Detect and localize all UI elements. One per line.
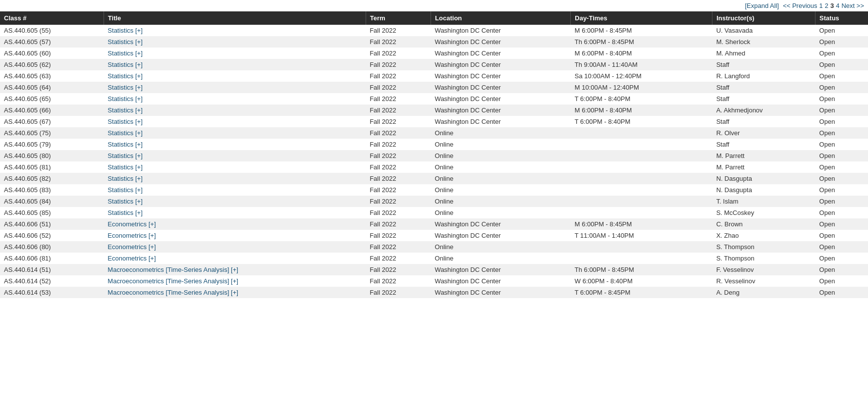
cell-title[interactable]: Statistics [+] <box>104 116 366 127</box>
cell-title[interactable]: Statistics [+] <box>104 173 366 184</box>
table-row: AS.440.605 (57)Statistics [+]Fall 2022Wa… <box>0 36 868 48</box>
cell-title[interactable]: Statistics [+] <box>104 161 366 173</box>
cell-title[interactable]: Econometrics [+] <box>104 218 366 230</box>
cell-title[interactable]: Statistics [+] <box>104 196 366 207</box>
table-row: AS.440.605 (85)Statistics [+]Fall 2022On… <box>0 207 868 218</box>
cell-title[interactable]: Statistics [+] <box>104 70 366 82</box>
cell-title[interactable]: Statistics [+] <box>104 93 366 104</box>
title-link[interactable]: Statistics [+] <box>108 27 142 34</box>
cell-term: Fall 2022 <box>366 150 431 161</box>
cell-status: Open <box>815 218 868 230</box>
cell-title[interactable]: Statistics [+] <box>104 184 366 196</box>
cell-status: Open <box>815 25 868 36</box>
cell-class-num: AS.440.605 (55) <box>0 25 104 36</box>
cell-instructors: Staff <box>712 93 815 104</box>
cell-title[interactable]: Statistics [+] <box>104 150 366 161</box>
cell-instructors: M. Parrett <box>712 150 815 161</box>
cell-class-num: AS.440.606 (51) <box>0 218 104 230</box>
cell-location: Washington DC Center <box>431 93 571 104</box>
prev-page-link[interactable]: << Previous <box>783 2 817 9</box>
title-link[interactable]: Econometrics [+] <box>108 232 156 239</box>
cell-term: Fall 2022 <box>366 218 431 230</box>
title-link[interactable]: Econometrics [+] <box>108 220 156 228</box>
cell-title[interactable]: Statistics [+] <box>104 82 366 93</box>
cell-instructors: A. Akhmedjonov <box>712 104 815 116</box>
title-link[interactable]: Macroeconometrics [Time-Series Analysis]… <box>108 266 238 273</box>
cell-title[interactable]: Macroeconometrics [Time-Series Analysis]… <box>104 264 366 275</box>
cell-title[interactable]: Statistics [+] <box>104 48 366 59</box>
page-4-link[interactable]: 4 <box>836 2 839 9</box>
cell-day-times <box>571 139 712 150</box>
title-link[interactable]: Statistics [+] <box>108 152 142 159</box>
title-link[interactable]: Statistics [+] <box>108 141 142 148</box>
col-header-status: Status <box>815 11 868 25</box>
title-link[interactable]: Macroeconometrics [Time-Series Analysis]… <box>108 289 238 296</box>
cell-title[interactable]: Macroeconometrics [Time-Series Analysis]… <box>104 287 366 298</box>
title-link[interactable]: Statistics [+] <box>108 106 142 114</box>
cell-title[interactable]: Statistics [+] <box>104 36 366 48</box>
cell-status: Open <box>815 230 868 241</box>
cell-status: Open <box>815 207 868 218</box>
title-link[interactable]: Statistics [+] <box>108 198 142 205</box>
cell-title[interactable]: Statistics [+] <box>104 139 366 150</box>
cell-class-num: AS.440.605 (83) <box>0 184 104 196</box>
title-link[interactable]: Statistics [+] <box>108 163 142 171</box>
cell-status: Open <box>815 253 868 264</box>
cell-title[interactable]: Econometrics [+] <box>104 241 366 253</box>
cell-term: Fall 2022 <box>366 36 431 48</box>
title-link[interactable]: Statistics [+] <box>108 209 142 216</box>
cell-title[interactable]: Statistics [+] <box>104 25 366 36</box>
title-link[interactable]: Statistics [+] <box>108 186 142 194</box>
cell-day-times <box>571 173 712 184</box>
table-row: AS.440.605 (63)Statistics [+]Fall 2022Wa… <box>0 70 868 82</box>
cell-location: Online <box>431 241 571 253</box>
cell-location: Washington DC Center <box>431 287 571 298</box>
cell-title[interactable]: Econometrics [+] <box>104 230 366 241</box>
cell-location: Washington DC Center <box>431 70 571 82</box>
table-row: AS.440.614 (51)Macroeconometrics [Time-S… <box>0 264 868 275</box>
cell-instructors: F. Vesselinov <box>712 264 815 275</box>
cell-title[interactable]: Macroeconometrics [Time-Series Analysis]… <box>104 275 366 287</box>
top-bar: [Expand All] << Previous 1 2 3 4 Next >> <box>0 0 868 11</box>
table-row: AS.440.614 (52)Macroeconometrics [Time-S… <box>0 275 868 287</box>
cell-location: Online <box>431 184 571 196</box>
next-page-link[interactable]: Next >> <box>841 2 864 9</box>
title-link[interactable]: Econometrics [+] <box>108 243 156 251</box>
title-link[interactable]: Statistics [+] <box>108 72 142 80</box>
cell-class-num: AS.440.605 (85) <box>0 207 104 218</box>
cell-instructors: Staff <box>712 82 815 93</box>
table-row: AS.440.606 (80)Econometrics [+]Fall 2022… <box>0 241 868 253</box>
title-link[interactable]: Statistics [+] <box>108 129 142 137</box>
table-row: AS.440.605 (67)Statistics [+]Fall 2022Wa… <box>0 116 868 127</box>
cell-title[interactable]: Statistics [+] <box>104 59 366 70</box>
title-link[interactable]: Statistics [+] <box>108 118 142 125</box>
cell-day-times <box>571 196 712 207</box>
title-link[interactable]: Macroeconometrics [Time-Series Analysis]… <box>108 277 238 285</box>
title-link[interactable]: Statistics [+] <box>108 84 142 91</box>
cell-status: Open <box>815 104 868 116</box>
cell-title[interactable]: Statistics [+] <box>104 127 366 139</box>
cell-location: Washington DC Center <box>431 104 571 116</box>
cell-class-num: AS.440.606 (52) <box>0 230 104 241</box>
table-row: AS.440.605 (81)Statistics [+]Fall 2022On… <box>0 161 868 173</box>
title-link[interactable]: Statistics [+] <box>108 175 142 182</box>
title-link[interactable]: Statistics [+] <box>108 61 142 68</box>
title-link[interactable]: Statistics [+] <box>108 95 142 103</box>
page-1-link[interactable]: 1 <box>819 2 823 9</box>
cell-instructors: Staff <box>712 116 815 127</box>
cell-title[interactable]: Statistics [+] <box>104 104 366 116</box>
cell-class-num: AS.440.614 (52) <box>0 275 104 287</box>
cell-class-num: AS.440.605 (80) <box>0 150 104 161</box>
cell-title[interactable]: Econometrics [+] <box>104 253 366 264</box>
page-2-link[interactable]: 2 <box>825 2 828 9</box>
title-link[interactable]: Econometrics [+] <box>108 255 156 262</box>
title-link[interactable]: Statistics [+] <box>108 50 142 57</box>
expand-all-link[interactable]: [Expand All] <box>745 2 779 9</box>
cell-class-num: AS.440.605 (62) <box>0 59 104 70</box>
cell-day-times: Sa 10:00AM - 12:40PM <box>571 70 712 82</box>
cell-title[interactable]: Statistics [+] <box>104 207 366 218</box>
cell-instructors: S. Thompson <box>712 241 815 253</box>
cell-instructors: S. Thompson <box>712 253 815 264</box>
cell-term: Fall 2022 <box>366 59 431 70</box>
title-link[interactable]: Statistics [+] <box>108 38 142 46</box>
